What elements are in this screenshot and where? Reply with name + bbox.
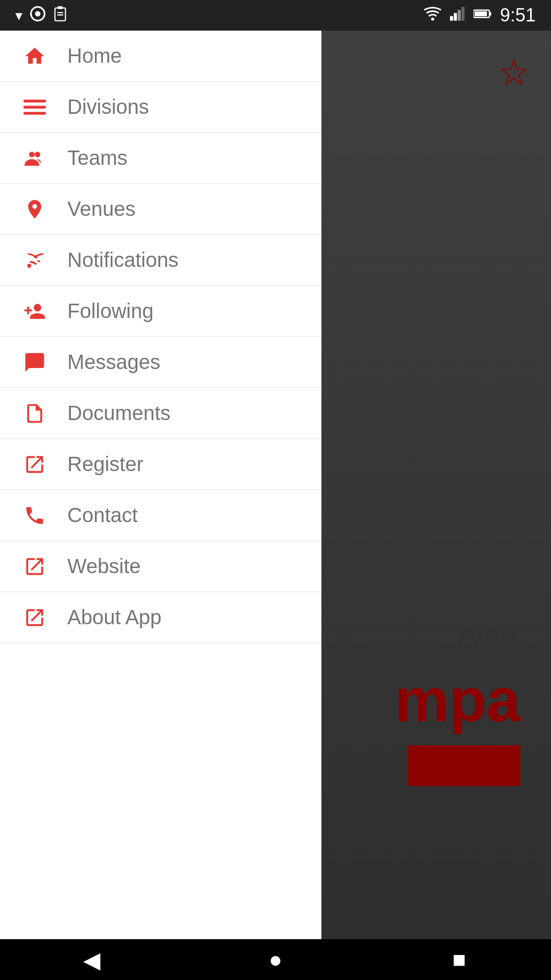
svg-point-1	[35, 11, 41, 16]
clock: 9:51	[500, 5, 536, 26]
contact-label: Contact	[67, 504, 138, 527]
battery-icon	[473, 7, 492, 24]
messages-icon	[20, 351, 49, 374]
recents-button[interactable]: ■	[434, 939, 485, 980]
sidebar-item-about-app[interactable]: About App	[0, 592, 321, 643]
home-icon	[20, 45, 49, 67]
sidebar-item-messages[interactable]: Messages	[0, 337, 321, 388]
website-label: Website	[67, 555, 141, 578]
home-button[interactable]: ●	[250, 939, 301, 980]
notifications-label: Notifications	[67, 249, 179, 272]
sidebar-item-contact[interactable]: Contact	[0, 490, 321, 541]
bg-mpa-text: mpa	[394, 665, 520, 735]
about-app-icon	[20, 606, 49, 629]
sidebar-item-venues[interactable]: Venues	[0, 184, 321, 235]
sidebar-item-home[interactable]: Home	[0, 31, 321, 82]
sidebar-item-register[interactable]: Register	[0, 439, 321, 490]
bg-text-area: AM mpa	[394, 618, 520, 786]
clipboard-icon	[53, 6, 67, 26]
venues-label: Venues	[67, 198, 135, 220]
sidebar-item-following[interactable]: Following	[0, 286, 321, 337]
svg-rect-15	[23, 106, 46, 109]
main-area: ☆ AM mpa Home Divisions Teams	[0, 31, 551, 939]
navigation-drawer: Home Divisions Teams Venues	[0, 31, 321, 939]
register-label: Register	[67, 453, 143, 476]
back-button[interactable]: ◀	[66, 939, 117, 980]
svg-rect-13	[489, 12, 491, 15]
teams-label: Teams	[67, 146, 128, 169]
bg-am-text: AM	[453, 618, 520, 665]
svg-rect-8	[454, 13, 457, 20]
notifications-icon	[20, 249, 49, 272]
contact-icon	[20, 504, 49, 527]
divisions-label: Divisions	[67, 95, 149, 118]
status-bar: ▾ 9:51	[0, 0, 551, 31]
svg-rect-14	[23, 100, 46, 103]
teams-icon	[20, 147, 49, 169]
following-icon	[20, 300, 49, 323]
svg-rect-7	[450, 16, 453, 20]
sidebar-item-website[interactable]: Website	[0, 541, 321, 592]
svg-rect-3	[58, 6, 62, 9]
sidebar-item-teams[interactable]: Teams	[0, 133, 321, 184]
sidebar-item-documents[interactable]: Documents	[0, 388, 321, 439]
about-app-label: About App	[67, 606, 162, 629]
wifi-icon	[423, 7, 442, 24]
favorite-star-icon[interactable]: ☆	[497, 51, 531, 94]
svg-point-6	[431, 17, 434, 20]
divisions-icon	[20, 96, 49, 118]
messages-label: Messages	[67, 351, 160, 374]
svg-rect-16	[23, 112, 46, 115]
svg-point-17	[29, 152, 35, 157]
svg-rect-9	[458, 10, 461, 20]
sync-icon	[30, 6, 46, 26]
notification-icon: ▾	[15, 7, 22, 24]
register-icon	[20, 453, 49, 476]
sidebar-item-divisions[interactable]: Divisions	[0, 82, 321, 133]
svg-rect-12	[474, 11, 487, 16]
documents-label: Documents	[67, 402, 170, 425]
svg-rect-10	[461, 7, 464, 20]
home-label: Home	[67, 44, 122, 67]
sidebar-item-notifications[interactable]: Notifications	[0, 235, 321, 286]
following-label: Following	[67, 300, 154, 323]
venues-icon	[20, 198, 49, 220]
status-right-icons: 9:51	[423, 5, 536, 26]
signal-icon	[450, 7, 465, 24]
status-left-icons: ▾	[15, 6, 67, 26]
documents-icon	[20, 402, 49, 425]
bottom-navigation: ◀ ● ■	[0, 939, 551, 980]
bg-red-box	[408, 745, 520, 786]
svg-point-18	[35, 152, 40, 157]
website-icon	[20, 555, 49, 578]
